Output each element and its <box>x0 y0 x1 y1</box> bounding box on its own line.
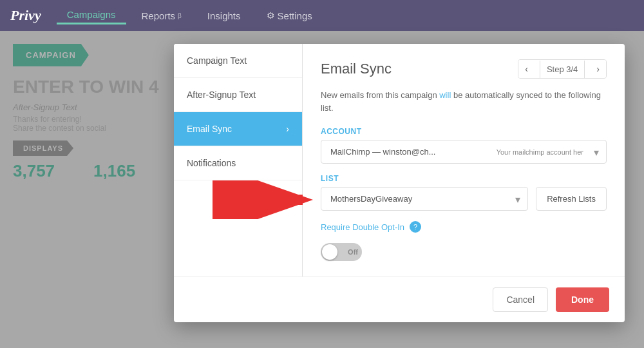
sidebar-item-campaign-text[interactable]: Campaign Text <box>174 44 302 78</box>
logo: Privy <box>10 7 41 24</box>
cancel-button[interactable]: Cancel <box>493 287 548 312</box>
nav-settings[interactable]: ⚙ Settings <box>256 8 323 24</box>
top-navigation: Privy Campaigns Reportsβ Insights ⚙ Sett… <box>0 0 644 31</box>
opt-in-label: Require Double Opt-In <box>321 222 404 232</box>
list-label: List <box>321 174 607 183</box>
help-icon[interactable]: ? <box>410 221 421 233</box>
modal-body: Campaign Text After-Signup Text Email Sy… <box>174 44 625 276</box>
list-select[interactable]: MothersDayGiveaway <box>321 187 528 211</box>
step-prev-button[interactable]: ‹ <box>518 60 535 78</box>
account-label: Account <box>321 127 607 136</box>
step-navigation: ‹ Step 3/4 › <box>518 59 607 79</box>
opt-in-row: Require Double Opt-In ? <box>321 221 607 233</box>
nav-campaigns[interactable]: Campaigns <box>57 6 126 24</box>
modal-sidebar: Campaign Text After-Signup Text Email Sy… <box>174 44 303 276</box>
account-select[interactable]: MailChimp — winston@ch... <box>321 140 607 164</box>
sidebar-item-notifications[interactable]: Notifications <box>174 146 302 180</box>
list-row: MothersDayGiveaway ▾ Refresh Lists <box>321 187 607 211</box>
sidebar-item-email-sync[interactable]: Email Sync › <box>174 112 302 146</box>
toggle-off-label: Off <box>348 248 358 256</box>
toggle-container: Off <box>321 243 607 261</box>
modal-panel: Email Sync ‹ Step 3/4 › New emails from … <box>303 44 625 276</box>
gear-icon: ⚙ <box>267 10 275 21</box>
panel-description: New emails from this campaign will be au… <box>321 89 607 114</box>
description-highlight: will <box>439 90 451 100</box>
account-select-wrapper: MailChimp — winston@ch... ▾ Your mailchi… <box>321 140 607 164</box>
refresh-lists-button[interactable]: Refresh Lists <box>536 187 607 211</box>
chevron-right-icon: › <box>286 124 289 134</box>
done-button[interactable]: Done <box>556 287 609 312</box>
toggle-knob <box>322 244 337 260</box>
list-select-wrapper: MothersDayGiveaway ▾ <box>321 187 528 211</box>
nav-insights[interactable]: Insights <box>197 8 251 24</box>
modal-footer: Cancel Done <box>174 276 625 322</box>
sidebar-item-after-signup[interactable]: After-Signup Text <box>174 78 302 112</box>
nav-reports[interactable]: Reportsβ <box>131 8 192 24</box>
panel-title: Email Sync <box>321 61 392 77</box>
step-label: Step 3/4 <box>540 61 585 78</box>
email-sync-modal: Campaign Text After-Signup Text Email Sy… <box>174 44 625 322</box>
panel-header: Email Sync ‹ Step 3/4 › <box>321 59 607 79</box>
double-opt-in-toggle[interactable]: Off <box>321 243 362 261</box>
step-next-button[interactable]: › <box>590 60 606 78</box>
